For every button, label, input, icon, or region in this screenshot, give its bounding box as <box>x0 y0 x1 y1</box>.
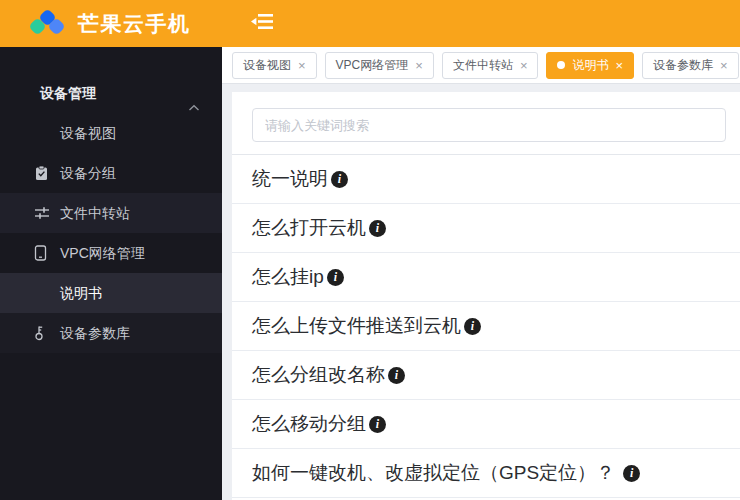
faq-row[interactable]: 怎么挂ip i <box>232 253 740 302</box>
active-tab-dot-icon <box>557 61 565 69</box>
clipboard-check-icon <box>34 165 49 181</box>
faq-title: 怎么挂ip <box>252 264 324 290</box>
faq-title: 统一说明 <box>252 166 328 192</box>
faq-title: 怎么上传文件推送到云机 <box>252 313 461 339</box>
tab-device-view[interactable]: 设备视图 × <box>232 52 317 79</box>
info-icon[interactable]: i <box>369 416 386 433</box>
info-icon[interactable]: i <box>464 318 481 335</box>
sidebar-item-label: 文件中转站 <box>60 205 130 221</box>
faq-title: 怎么打开云机 <box>252 215 366 241</box>
tab-file-hub[interactable]: 文件中转站 × <box>442 52 539 79</box>
sliders-icon <box>34 206 50 220</box>
faq-row[interactable]: 怎么移动分组 i <box>232 400 740 449</box>
sidebar-item-label: VPC网络管理 <box>60 245 145 261</box>
info-icon[interactable]: i <box>327 269 344 286</box>
search-section <box>232 92 740 155</box>
menu-fold-icon <box>251 13 274 34</box>
phone-icon <box>34 245 47 261</box>
logo-mark-icon <box>28 9 66 39</box>
sidebar-item-device-params[interactable]: 设备参数库 <box>0 313 222 353</box>
sidebar-group-label: 设备管理 <box>40 85 96 101</box>
search-input[interactable] <box>252 108 726 142</box>
faq-row[interactable]: 怎么上传文件推送到云机 i <box>232 302 740 351</box>
close-icon[interactable]: × <box>520 59 528 72</box>
tab-device-params[interactable]: 设备参数库 × <box>642 52 739 79</box>
tab-label: 说明书 <box>572 57 608 74</box>
close-icon[interactable]: × <box>415 59 423 72</box>
manual-card: 统一说明 i 怎么打开云机 i 怎么挂ip i 怎么上传文件推送到云机 i 怎么… <box>232 92 740 500</box>
sidebar: 设备管理 设备视图 设备分组 文件中转站 <box>0 47 222 500</box>
tab-bar: 设备视图 × VPC网络管理 × 文件中转站 × 说明书 × 设备参数库 × <box>222 47 740 84</box>
sidebar-item-device-groups[interactable]: 设备分组 <box>0 153 222 193</box>
key-icon <box>34 325 46 341</box>
sidebar-item-manual[interactable]: 说明书 <box>0 273 222 313</box>
faq-row[interactable]: 怎么打开云机 i <box>232 204 740 253</box>
tab-label: 设备参数库 <box>653 57 713 74</box>
faq-title: 如何一键改机、改虚拟定位（GPS定位）？ <box>252 460 615 486</box>
app-logo: 芒果云手机 <box>28 9 191 39</box>
faq-row[interactable]: 如何一键改机、改虚拟定位（GPS定位）？ i <box>232 449 740 498</box>
sidebar-item-device-view[interactable]: 设备视图 <box>0 113 222 153</box>
sidebar-item-label: 设备参数库 <box>60 325 130 341</box>
faq-title: 怎么分组改名称 <box>252 362 385 388</box>
close-icon[interactable]: × <box>720 59 728 72</box>
info-icon[interactable]: i <box>369 220 386 237</box>
close-icon[interactable]: × <box>298 59 306 72</box>
faq-row[interactable]: 统一说明 i <box>232 155 740 204</box>
sidebar-item-label: 设备视图 <box>60 125 116 141</box>
info-icon[interactable]: i <box>388 367 405 384</box>
tab-label: 文件中转站 <box>453 57 513 74</box>
app-header: 芒果云手机 <box>0 0 740 47</box>
tab-manual[interactable]: 说明书 × <box>546 52 634 79</box>
info-icon[interactable]: i <box>623 465 640 482</box>
close-icon[interactable]: × <box>615 59 623 72</box>
sidebar-item-label: 设备分组 <box>60 165 116 181</box>
sidebar-item-label: 说明书 <box>60 285 102 301</box>
tab-label: VPC网络管理 <box>336 57 409 74</box>
faq-row[interactable]: 怎么分组改名称 i <box>232 351 740 400</box>
sidebar-group-device-management[interactable]: 设备管理 <box>0 73 222 113</box>
faq-title: 怎么移动分组 <box>252 411 366 437</box>
app-title: 芒果云手机 <box>78 10 191 38</box>
tab-vpc-network[interactable]: VPC网络管理 × <box>325 52 434 79</box>
sidebar-item-file-hub[interactable]: 文件中转站 <box>0 193 222 233</box>
menu-fold-button[interactable] <box>251 13 274 34</box>
tab-label: 设备视图 <box>243 57 291 74</box>
sidebar-item-vpc-network[interactable]: VPC网络管理 <box>0 233 222 273</box>
info-icon[interactable]: i <box>331 171 348 188</box>
main-content: 统一说明 i 怎么打开云机 i 怎么挂ip i 怎么上传文件推送到云机 i 怎么… <box>222 85 740 500</box>
